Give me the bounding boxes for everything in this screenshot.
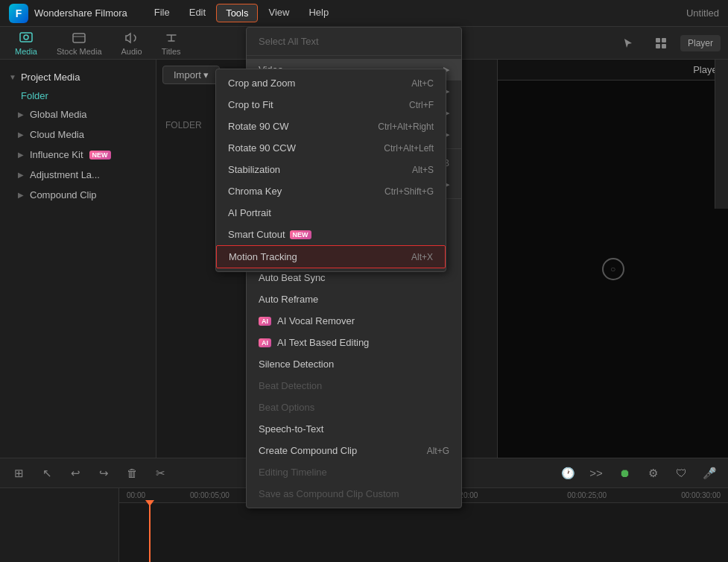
menu-file[interactable]: File	[145, 4, 179, 22]
dd-audio-label: Audio	[259, 86, 283, 97]
compound-clip-chevron: ▶	[18, 191, 24, 199]
svg-rect-6	[662, 44, 666, 48]
svg-rect-2	[73, 34, 85, 42]
dd-video-label: Video	[259, 64, 283, 75]
dd-speed-item[interactable]: Speed ▶	[247, 124, 461, 145]
dd-scene-item[interactable]: Scene Detection	[247, 245, 461, 267]
sidebar-item-cloud-media[interactable]: ▶ Cloud Media	[0, 124, 156, 145]
cloud-media-label: Cloud Media	[30, 129, 84, 140]
dd-proxy-label: Create Proxy File	[259, 229, 333, 240]
sidebar-item-influence-kit[interactable]: ▶ Influence Kit NEW	[0, 145, 156, 165]
select-all-text-item[interactable]: Select All Text	[247, 31, 461, 52]
sidebar-item-compound-clip[interactable]: ▶ Compound Clip	[0, 185, 156, 205]
dd-beat-detect-label: Beat Detection	[259, 380, 322, 391]
tl-skip-btn[interactable]: >>	[585, 462, 607, 484]
dd-save-compound-item[interactable]: Save as Compound Clip Custom	[247, 483, 461, 505]
sidebar-item-adjustment[interactable]: ▶ Adjustment La...	[0, 165, 156, 185]
dd-color-item[interactable]: Color ▶	[247, 102, 461, 124]
window-title: Untitled	[686, 7, 719, 19]
svg-rect-5	[656, 44, 660, 48]
dd-compound-item[interactable]: Create Compound Clip Alt+G	[247, 440, 461, 461]
dd-silence-label: Silence Detection	[259, 359, 334, 370]
dd-speech-item[interactable]: Speech-to-Text	[247, 418, 461, 440]
app-logo: F	[9, 4, 28, 23]
sidebar-item-global-media[interactable]: ▶ Global Media	[0, 104, 156, 124]
dd-split-item[interactable]: Split Ctrl+B	[247, 152, 461, 174]
dd-ai-text-item[interactable]: AI AI Text Based Editing	[247, 332, 461, 353]
project-media-section[interactable]: ▼ Project Media	[0, 67, 156, 87]
tl-delete-btn[interactable]: 🗑	[121, 462, 143, 484]
logo-letter: F	[16, 7, 22, 19]
dd-video-arrow: ▶	[443, 65, 449, 75]
dd-speed-arrow: ▶	[443, 130, 449, 139]
preview-icon: ○	[610, 264, 615, 274]
dd-trim-item[interactable]: Trim ▶	[247, 174, 461, 195]
right-panel	[715, 60, 728, 209]
dd-trim-arrow: ▶	[443, 180, 449, 189]
stock-media-icon	[72, 31, 86, 45]
dd-vocal-label: AI Vocal Remover	[277, 315, 355, 326]
tab-titles-label: Titles	[162, 47, 181, 56]
tc-25: 00:00:25;00	[567, 491, 607, 499]
preview-screen: ○	[498, 80, 728, 458]
dd-save-compound-label: Save as Compound Clip Custom	[259, 488, 399, 499]
tl-cursor-btn[interactable]: ↖	[36, 462, 58, 484]
tab-audio[interactable]: Audio	[114, 28, 150, 59]
dd-split-label: Split	[259, 157, 277, 168]
tab-titles[interactable]: Titles	[154, 28, 189, 59]
dd-sep-3	[247, 198, 461, 199]
dd-speed-label: Speed	[259, 129, 287, 140]
svg-point-1	[24, 35, 28, 40]
layout-btn[interactable]	[648, 30, 674, 57]
tab-media[interactable]: Media	[7, 28, 45, 59]
menu-edit[interactable]: Edit	[180, 4, 215, 22]
dd-scene-label: Scene Detection	[259, 250, 329, 262]
dd-video-item[interactable]: Video ▶	[247, 59, 461, 80]
tl-mic-btn[interactable]: 🎤	[698, 462, 721, 484]
playhead	[149, 503, 151, 562]
menu-help[interactable]: Help	[300, 4, 338, 22]
dd-audio-item[interactable]: Audio ▶	[247, 80, 461, 102]
tl-green-btn[interactable]: ⏺	[613, 462, 636, 484]
project-media-chevron: ▼	[9, 73, 16, 81]
dd-beat-detect-item[interactable]: Beat Detection	[247, 375, 461, 397]
tools-dropdown[interactable]: Select All Text Video ▶ Audio ▶ Color ▶ …	[246, 27, 462, 508]
cursor-icon	[621, 37, 635, 50]
dd-color-label: Color	[259, 107, 282, 119]
dd-reframe-item[interactable]: Auto Reframe	[247, 288, 461, 310]
dd-sep-1	[247, 55, 461, 56]
tl-redo-btn[interactable]: ↪	[92, 462, 115, 484]
dd-beat-sync-item[interactable]: Auto Beat Sync	[247, 267, 461, 288]
app-name: Wondershare Filmora	[34, 7, 127, 19]
project-media-label: Project Media	[21, 72, 80, 83]
tl-clock-btn[interactable]: 🕐	[557, 462, 579, 484]
adjustment-label: Adjustment La...	[30, 169, 100, 180]
dd-silence-item[interactable]: Silence Detection	[247, 353, 461, 375]
tl-cut-btn[interactable]: ✂	[149, 462, 171, 484]
dd-beat-opts-item[interactable]: Beat Options	[247, 397, 461, 418]
folder-item[interactable]: Folder	[0, 87, 156, 104]
dd-editing-tl-item[interactable]: Editing Timeline	[247, 461, 461, 483]
dd-split-shortcut: Ctrl+B	[424, 158, 449, 168]
cloud-media-chevron: ▶	[18, 130, 24, 139]
tl-undo-btn[interactable]: ↩	[64, 462, 86, 484]
dd-auto-sync-item[interactable]: Auto Synchronization	[247, 202, 461, 224]
media-icon	[19, 31, 34, 45]
import-button[interactable]: Import ▾	[162, 66, 220, 84]
dd-compound-label: Create Compound Clip	[259, 445, 357, 456]
player-button[interactable]: Player	[680, 35, 721, 51]
compound-clip-label: Compound Clip	[30, 189, 97, 201]
timeline-track	[119, 503, 728, 562]
tl-grid-btn[interactable]: ⊞	[7, 462, 30, 484]
influence-kit-chevron: ▶	[18, 151, 24, 159]
menu-view[interactable]: View	[259, 4, 298, 22]
cursor-btn[interactable]	[615, 30, 642, 57]
dd-vocal-item[interactable]: AI AI Vocal Remover	[247, 310, 461, 332]
dd-proxy-item[interactable]: Create Proxy File	[247, 224, 461, 245]
tl-gear-btn[interactable]: ⚙	[642, 462, 664, 484]
preview-circle: ○	[602, 258, 624, 280]
menu-tools[interactable]: Tools	[216, 4, 258, 22]
tl-shield-btn[interactable]: 🛡	[670, 462, 692, 484]
tab-stock-media[interactable]: Stock Media	[49, 28, 110, 59]
audio-tab-icon	[124, 31, 139, 45]
